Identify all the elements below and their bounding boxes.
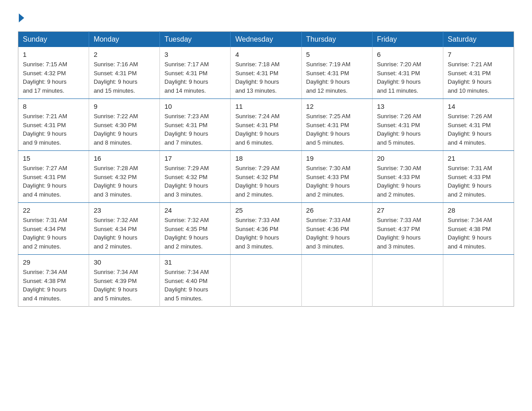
day-info: Sunrise: 7:21 AMSunset: 4:31 PMDaylight:… — [448, 60, 509, 95]
day-info: Sunrise: 7:30 AMSunset: 4:33 PMDaylight:… — [306, 164, 368, 199]
day-number: 20 — [377, 154, 438, 162]
calendar-cell: 3Sunrise: 7:17 AMSunset: 4:31 PMDaylight… — [160, 47, 231, 99]
day-number: 30 — [94, 258, 155, 266]
day-info: Sunrise: 7:27 AMSunset: 4:31 PMDaylight:… — [23, 164, 84, 199]
calendar-cell: 18Sunrise: 7:29 AMSunset: 4:32 PMDayligh… — [231, 151, 301, 203]
day-info: Sunrise: 7:32 AMSunset: 4:34 PMDaylight:… — [94, 216, 155, 251]
day-info: Sunrise: 7:34 AMSunset: 4:38 PMDaylight:… — [448, 216, 509, 251]
calendar-cell: 20Sunrise: 7:30 AMSunset: 4:33 PMDayligh… — [372, 151, 443, 203]
day-info: Sunrise: 7:26 AMSunset: 4:31 PMDaylight:… — [448, 112, 509, 147]
day-info: Sunrise: 7:34 AMSunset: 4:38 PMDaylight:… — [23, 268, 84, 303]
day-number: 1 — [23, 51, 84, 58]
calendar-cell: 27Sunrise: 7:33 AMSunset: 4:37 PMDayligh… — [372, 203, 443, 255]
calendar-cell: 29Sunrise: 7:34 AMSunset: 4:38 PMDayligh… — [18, 255, 89, 307]
calendar-cell: 8Sunrise: 7:21 AMSunset: 4:31 PMDaylight… — [18, 99, 89, 151]
day-info: Sunrise: 7:34 AMSunset: 4:39 PMDaylight:… — [94, 268, 155, 303]
logo-triangle-icon — [19, 13, 24, 22]
day-info: Sunrise: 7:29 AMSunset: 4:32 PMDaylight:… — [164, 164, 226, 199]
day-info: Sunrise: 7:28 AMSunset: 4:32 PMDaylight:… — [94, 164, 155, 199]
day-number: 14 — [448, 103, 509, 110]
calendar-table: SundayMondayTuesdayWednesdayThursdayFrid… — [18, 31, 514, 307]
logo — [18, 13, 25, 22]
calendar-cell: 10Sunrise: 7:23 AMSunset: 4:31 PMDayligh… — [160, 99, 231, 151]
weekday-header-wednesday: Wednesday — [231, 32, 301, 47]
day-info: Sunrise: 7:20 AMSunset: 4:31 PMDaylight:… — [377, 60, 438, 95]
calendar-cell: 19Sunrise: 7:30 AMSunset: 4:33 PMDayligh… — [301, 151, 372, 203]
day-number: 18 — [235, 154, 296, 162]
calendar-cell: 15Sunrise: 7:27 AMSunset: 4:31 PMDayligh… — [18, 151, 89, 203]
day-number: 26 — [306, 206, 368, 214]
day-info: Sunrise: 7:15 AMSunset: 4:32 PMDaylight:… — [23, 60, 84, 95]
day-info: Sunrise: 7:33 AMSunset: 4:36 PMDaylight:… — [235, 216, 296, 251]
calendar-cell: 2Sunrise: 7:16 AMSunset: 4:31 PMDaylight… — [89, 47, 160, 99]
day-info: Sunrise: 7:25 AMSunset: 4:31 PMDaylight:… — [306, 112, 368, 147]
calendar-cell: 13Sunrise: 7:26 AMSunset: 4:31 PMDayligh… — [372, 99, 443, 151]
day-info: Sunrise: 7:16 AMSunset: 4:31 PMDaylight:… — [94, 60, 155, 95]
calendar-cell: 4Sunrise: 7:18 AMSunset: 4:31 PMDaylight… — [231, 47, 301, 99]
week-row-3: 15Sunrise: 7:27 AMSunset: 4:31 PMDayligh… — [18, 151, 514, 203]
weekday-header-friday: Friday — [372, 32, 443, 47]
day-number: 3 — [164, 51, 226, 58]
day-number: 17 — [164, 154, 226, 162]
calendar-cell: 23Sunrise: 7:32 AMSunset: 4:34 PMDayligh… — [89, 203, 160, 255]
week-row-1: 1Sunrise: 7:15 AMSunset: 4:32 PMDaylight… — [18, 47, 514, 99]
day-info: Sunrise: 7:18 AMSunset: 4:31 PMDaylight:… — [235, 60, 296, 95]
calendar-cell: 22Sunrise: 7:31 AMSunset: 4:34 PMDayligh… — [18, 203, 89, 255]
day-number: 7 — [448, 51, 509, 58]
day-number: 9 — [94, 103, 155, 110]
day-number: 6 — [377, 51, 438, 58]
day-info: Sunrise: 7:22 AMSunset: 4:30 PMDaylight:… — [94, 112, 155, 147]
calendar-cell: 17Sunrise: 7:29 AMSunset: 4:32 PMDayligh… — [160, 151, 231, 203]
day-number: 25 — [235, 206, 296, 214]
day-number: 12 — [306, 103, 368, 110]
day-number: 2 — [94, 51, 155, 58]
calendar-cell: 25Sunrise: 7:33 AMSunset: 4:36 PMDayligh… — [231, 203, 301, 255]
day-number: 31 — [164, 258, 226, 266]
week-row-5: 29Sunrise: 7:34 AMSunset: 4:38 PMDayligh… — [18, 255, 514, 307]
day-number: 8 — [23, 103, 84, 110]
day-info: Sunrise: 7:30 AMSunset: 4:33 PMDaylight:… — [377, 164, 438, 199]
calendar-cell: 11Sunrise: 7:24 AMSunset: 4:31 PMDayligh… — [231, 99, 301, 151]
day-number: 29 — [23, 258, 84, 266]
day-number: 11 — [235, 103, 296, 110]
weekday-header-tuesday: Tuesday — [160, 32, 231, 47]
calendar-cell: 12Sunrise: 7:25 AMSunset: 4:31 PMDayligh… — [301, 99, 372, 151]
calendar-cell — [443, 255, 514, 307]
day-info: Sunrise: 7:26 AMSunset: 4:31 PMDaylight:… — [377, 112, 438, 147]
calendar-cell: 21Sunrise: 7:31 AMSunset: 4:33 PMDayligh… — [443, 151, 514, 203]
calendar-cell: 6Sunrise: 7:20 AMSunset: 4:31 PMDaylight… — [372, 47, 443, 99]
day-number: 27 — [377, 206, 438, 214]
calendar-cell: 31Sunrise: 7:34 AMSunset: 4:40 PMDayligh… — [160, 255, 231, 307]
day-number: 22 — [23, 206, 84, 214]
calendar-cell: 7Sunrise: 7:21 AMSunset: 4:31 PMDaylight… — [443, 47, 514, 99]
day-number: 24 — [164, 206, 226, 214]
week-row-4: 22Sunrise: 7:31 AMSunset: 4:34 PMDayligh… — [18, 203, 514, 255]
day-info: Sunrise: 7:33 AMSunset: 4:36 PMDaylight:… — [306, 216, 368, 251]
day-info: Sunrise: 7:21 AMSunset: 4:31 PMDaylight:… — [23, 112, 84, 147]
day-number: 19 — [306, 154, 368, 162]
weekday-header-monday: Monday — [89, 32, 160, 47]
calendar-cell: 9Sunrise: 7:22 AMSunset: 4:30 PMDaylight… — [89, 99, 160, 151]
weekday-header-sunday: Sunday — [18, 32, 89, 47]
day-info: Sunrise: 7:24 AMSunset: 4:31 PMDaylight:… — [235, 112, 296, 147]
day-info: Sunrise: 7:23 AMSunset: 4:31 PMDaylight:… — [164, 112, 226, 147]
day-number: 28 — [448, 206, 509, 214]
calendar-cell — [231, 255, 301, 307]
day-number: 16 — [94, 154, 155, 162]
day-info: Sunrise: 7:31 AMSunset: 4:34 PMDaylight:… — [23, 216, 84, 251]
day-info: Sunrise: 7:29 AMSunset: 4:32 PMDaylight:… — [235, 164, 296, 199]
weekday-header-saturday: Saturday — [443, 32, 514, 47]
day-number: 13 — [377, 103, 438, 110]
calendar-cell: 28Sunrise: 7:34 AMSunset: 4:38 PMDayligh… — [443, 203, 514, 255]
calendar-cell — [372, 255, 443, 307]
calendar-cell — [301, 255, 372, 307]
day-info: Sunrise: 7:32 AMSunset: 4:35 PMDaylight:… — [164, 216, 226, 251]
day-info: Sunrise: 7:34 AMSunset: 4:40 PMDaylight:… — [164, 268, 226, 303]
day-number: 10 — [164, 103, 226, 110]
calendar-cell: 24Sunrise: 7:32 AMSunset: 4:35 PMDayligh… — [160, 203, 231, 255]
day-number: 4 — [235, 51, 296, 58]
weekday-header-row: SundayMondayTuesdayWednesdayThursdayFrid… — [18, 32, 514, 47]
calendar-cell: 1Sunrise: 7:15 AMSunset: 4:32 PMDaylight… — [18, 47, 89, 99]
day-number: 23 — [94, 206, 155, 214]
calendar-cell: 16Sunrise: 7:28 AMSunset: 4:32 PMDayligh… — [89, 151, 160, 203]
